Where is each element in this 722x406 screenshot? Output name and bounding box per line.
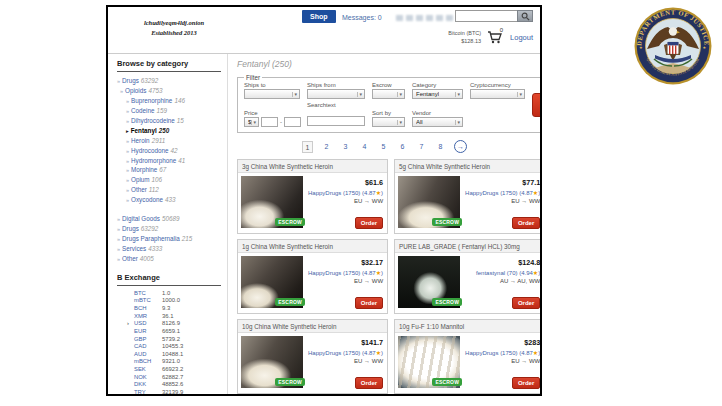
- product-image[interactable]: ESCROW: [398, 176, 460, 228]
- currency-code[interactable]: SEK: [134, 366, 162, 373]
- currency-code[interactable]: mBTC: [134, 297, 162, 304]
- page-number[interactable]: 4: [359, 141, 370, 153]
- page-number[interactable]: 5: [378, 141, 389, 153]
- sidebar-item-section[interactable]: »Drugs Paraphernalia215: [117, 234, 221, 244]
- product-title[interactable]: 10g China White Synthetic Heroin: [238, 320, 387, 333]
- selected-marker: [127, 381, 134, 388]
- currency-code[interactable]: BCH: [134, 305, 162, 312]
- currency-value: 1000.0: [162, 297, 180, 304]
- product-image[interactable]: ESCROW: [241, 176, 303, 228]
- vendor-link[interactable]: HappyDrugs (1750) (4.87★): [465, 349, 540, 356]
- product-title[interactable]: 3g China White Synthetic Heroin: [238, 160, 387, 173]
- selected-marker: [127, 336, 134, 343]
- sidebar-item-category[interactable]: »Hydrocodone42: [117, 146, 221, 156]
- price-min-input[interactable]: [261, 117, 278, 127]
- sidebar-item-section[interactable]: »Other4005: [117, 254, 221, 264]
- category-select[interactable]: Fentanyl▾: [412, 89, 463, 99]
- ships-to-select[interactable]: ▾: [244, 89, 300, 99]
- sort-by-select[interactable]: ▾: [372, 117, 405, 127]
- product-title[interactable]: 1g China White Synthetic Heroin: [238, 240, 387, 253]
- currency-code[interactable]: AUD: [134, 351, 162, 358]
- exchange-rate-row: BTC 1.0: [127, 290, 221, 297]
- product-image[interactable]: ESCROW: [398, 256, 460, 308]
- category-count: 41: [178, 157, 185, 164]
- search-button[interactable]: [517, 10, 533, 22]
- shop-button[interactable]: Shop: [302, 10, 336, 23]
- product-title[interactable]: PURE LAB_GRADE ( Fentanyl HCL) 30mg: [395, 240, 540, 253]
- apply-filter-button[interactable]: Apply filter: [532, 93, 540, 117]
- exchange-title: B Exchange: [117, 273, 221, 286]
- product-image[interactable]: ESCROW: [241, 256, 303, 308]
- vendor-link[interactable]: fentastynal (70) (4.94★): [476, 269, 540, 276]
- currency-code[interactable]: USD: [134, 320, 162, 327]
- sidebar-item-category[interactable]: »Opium106: [117, 175, 221, 185]
- exchange-rate-row: DKK 48852.6: [127, 381, 221, 388]
- order-button[interactable]: Order: [355, 297, 383, 309]
- sidebar-item-section[interactable]: »Services4333: [117, 244, 221, 254]
- order-button[interactable]: Order: [512, 217, 540, 229]
- sidebar-item-category[interactable]: ▸Fentanyl250: [117, 126, 221, 136]
- sidebar-item-category[interactable]: »Buprenorphine146: [117, 96, 221, 106]
- vendor-link[interactable]: HappyDrugs (1750) (4.87★): [465, 189, 540, 196]
- cryptocurrency-select[interactable]: ▾: [470, 89, 525, 99]
- sidebar-item-category[interactable]: »Heroin2911: [117, 136, 221, 146]
- chevron-bullet-icon: »: [126, 187, 129, 193]
- sidebar-item-category[interactable]: »Oxycodone433: [117, 195, 221, 205]
- sidebar-item-section[interactable]: »Drugs63292: [117, 224, 221, 234]
- sidebar-item-category[interactable]: »Drugs63292: [117, 76, 221, 86]
- product-image[interactable]: ESCROW: [241, 336, 303, 388]
- next-page-button[interactable]: →: [454, 140, 467, 153]
- currency-code[interactable]: GBP: [134, 336, 162, 343]
- category-count: 2911: [152, 137, 166, 144]
- ships-from-select[interactable]: ▾: [307, 89, 365, 99]
- product-title[interactable]: 5g China White Synthetic Heroin: [395, 160, 540, 173]
- page-number[interactable]: 6: [397, 141, 408, 153]
- sidebar-item-category[interactable]: »Opioids4753: [117, 86, 221, 96]
- escrow-badge: ESCROW: [432, 378, 462, 386]
- product-price: $141.7: [361, 338, 383, 347]
- vendor-link[interactable]: HappyDrugs (1750) (4.87★): [308, 189, 383, 196]
- currency-code[interactable]: CAD: [134, 343, 162, 350]
- product-title[interactable]: 10g Fu-F 1:10 Mannitol: [395, 320, 540, 333]
- searchtext-input[interactable]: [307, 116, 365, 126]
- exchange-rate-row: SEK 66923.2: [127, 366, 221, 373]
- page-number[interactable]: 3: [340, 141, 351, 153]
- currency-code[interactable]: TRY: [134, 389, 162, 396]
- currency-code[interactable]: NOK: [134, 374, 162, 381]
- page-number[interactable]: 1: [302, 141, 313, 153]
- cart-button[interactable]: 0: [487, 30, 504, 45]
- sidebar-item-category[interactable]: »Codeine159: [117, 106, 221, 116]
- product-image[interactable]: ESCROW: [398, 336, 460, 388]
- currency-code[interactable]: EUR: [134, 328, 162, 335]
- shipping-route: EU → WW: [354, 358, 383, 364]
- order-button[interactable]: Order: [512, 297, 540, 309]
- product-price: $61.6: [365, 178, 383, 187]
- vendor-link[interactable]: HappyDrugs (1750) (4.87★): [308, 269, 383, 276]
- currency-code[interactable]: XMR: [134, 313, 162, 320]
- sidebar-item-section[interactable]: »Digital Goods50689: [117, 214, 221, 224]
- price-currency-select[interactable]: $▾: [244, 117, 259, 127]
- price-max-input[interactable]: [284, 117, 301, 127]
- escrow-select[interactable]: ▾: [372, 89, 405, 99]
- currency-code[interactable]: mBCH: [134, 358, 162, 365]
- sidebar-item-category[interactable]: »Morphine67: [117, 165, 221, 175]
- sidebar-item-category[interactable]: »Dihydrocodeine15: [117, 116, 221, 126]
- chevron-bullet-icon: ▸: [126, 128, 129, 134]
- page-number[interactable]: 8: [435, 141, 446, 153]
- search-input[interactable]: [455, 10, 517, 22]
- currency-code[interactable]: BTC: [134, 290, 162, 297]
- sidebar-item-category[interactable]: »Other112: [117, 185, 221, 195]
- order-button[interactable]: Order: [355, 377, 383, 389]
- messages-link[interactable]: Messages: 0: [342, 14, 382, 21]
- order-button[interactable]: Order: [355, 217, 383, 229]
- page-number[interactable]: 7: [416, 141, 427, 153]
- sidebar-item-category[interactable]: »Hydromorphone41: [117, 156, 221, 166]
- page-number[interactable]: 2: [321, 141, 332, 153]
- vendor-link[interactable]: HappyDrugs (1750) (4.87★): [308, 349, 383, 356]
- logout-link[interactable]: Logout: [510, 33, 533, 42]
- order-button[interactable]: Order: [512, 377, 540, 389]
- section-count: 4005: [140, 255, 154, 262]
- shipping-route: EU → WW: [354, 278, 383, 284]
- currency-code[interactable]: DKK: [134, 381, 162, 388]
- vendor-select[interactable]: All▾: [412, 117, 463, 127]
